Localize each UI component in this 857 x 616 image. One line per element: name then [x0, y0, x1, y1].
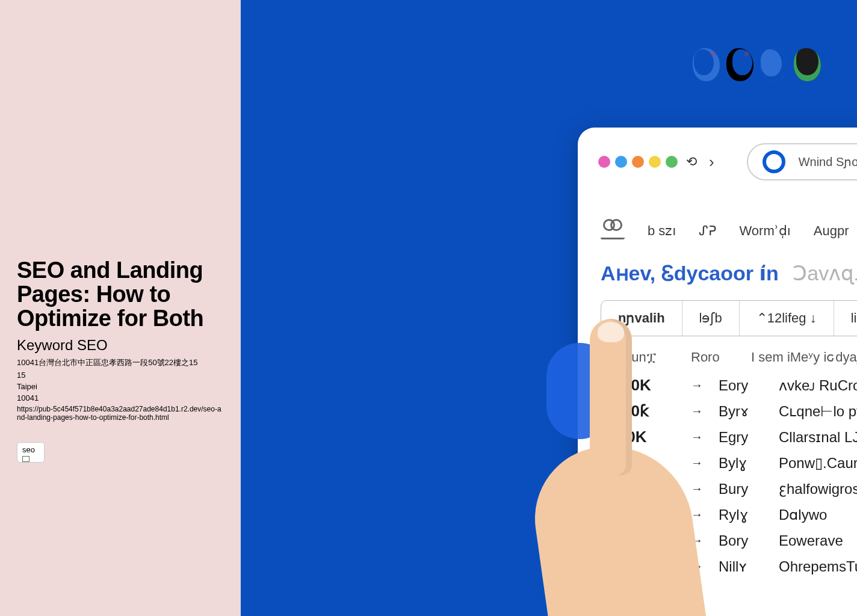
- row-tag: Bory: [719, 532, 761, 549]
- table-row[interactable]: 8I 00K→EgryCllarsɪnal LJeper: [601, 428, 857, 446]
- row-metric: 50 00K: [601, 557, 673, 576]
- search-placeholder: Wnind Sɲoſech Qvsaɴoʀing ʔmats Qátl ··: [799, 155, 857, 169]
- row-tag: Byrɤ: [719, 403, 761, 420]
- row-metric: 17 00ⱪ: [601, 505, 673, 524]
- traffic-lights: [598, 156, 678, 168]
- page-subtitle: Keyword SEO: [17, 337, 224, 354]
- toolbar-item[interactable]: b sᴢı: [648, 223, 676, 239]
- table-row[interactable]: 32 00K→Buryꜫhalfowigrosxn: [601, 479, 857, 498]
- decorative-bubble: [546, 343, 613, 439]
- trend-arrow-icon: →: [691, 559, 701, 573]
- section-header: Aʜev, Ꮛdycaoor i̒n Ɔavʌɋɾ: [578, 247, 857, 292]
- table-row[interactable]: 50 00K→NillʏOhrepemsTurare: [601, 557, 857, 576]
- row-tag: Bylɣ: [719, 455, 761, 472]
- filter-cell[interactable]: lɘʃb: [682, 301, 740, 336]
- tag-label: seo: [22, 445, 35, 454]
- table-header: Hʳy ounፗ Roro I sem iMeʸy iԍdyaյ T003 b …: [601, 350, 857, 365]
- category-icon[interactable]: [601, 223, 625, 239]
- row-metric: 80 00K: [601, 454, 673, 472]
- table-row[interactable]: 68 00K→Eoryᴧvkeᴊ RuCroves: [601, 376, 857, 395]
- toolbar-item-icon[interactable]: ᔑᕈ: [699, 223, 716, 239]
- filter-cell[interactable]: ⌃12lifeg ↓: [740, 301, 834, 336]
- window-dot-icon[interactable]: [649, 156, 661, 168]
- brand-logo-row: [693, 48, 821, 81]
- table-row[interactable]: 32 00K→BoryEowerave: [601, 531, 857, 550]
- city-line: Taipei: [17, 382, 224, 391]
- th-col: Roro: [691, 350, 733, 365]
- trend-arrow-icon: →: [691, 404, 701, 418]
- image-placeholder-icon: [22, 456, 29, 462]
- search-input[interactable]: Wnind Sɲoſech Qvsaɴoʀing ʔmats Qátl ··: [747, 143, 857, 180]
- window-dot-icon[interactable]: [615, 156, 627, 168]
- window-dot-icon[interactable]: [666, 156, 678, 168]
- row-label: Cʟqne⊢lо ptolynrke: [779, 403, 857, 420]
- row-label: OhrepemsTurare: [779, 558, 857, 575]
- th-col: I sem iMeʸy iԍdyaյ T003 b a: [751, 350, 857, 365]
- trend-arrow-icon: →: [691, 482, 701, 496]
- row-label: Ponw▯.Caurapeᴅnth: [779, 455, 857, 472]
- search-loading-icon: [763, 150, 785, 173]
- logo-blob-icon: [794, 48, 821, 81]
- row-metric: 8I 00K: [601, 428, 673, 446]
- trend-arrow-icon: →: [691, 585, 701, 599]
- forward-icon[interactable]: ›: [709, 153, 714, 171]
- results-table: Hʳy ounፗ Roro I sem iMeʸy iԍdyaյ T003 b …: [578, 336, 857, 602]
- row-metric: 8ɭ 00K: [601, 583, 673, 602]
- logo-blob-icon: [760, 48, 787, 81]
- trend-arrow-icon: →: [691, 378, 701, 392]
- row-tag: Nillʏ: [719, 558, 761, 575]
- trend-arrow-icon: →: [691, 508, 701, 522]
- filter-cell[interactable]: lion: [834, 301, 857, 336]
- th-col: Hʳy ounፗ: [601, 350, 673, 365]
- section-title-strong: Aʜev, Ꮛdycaoor i̒n: [601, 262, 779, 285]
- table-row[interactable]: 17 00ⱪ→RylɣDɑlywo: [601, 505, 857, 524]
- window-dot-icon[interactable]: [598, 156, 610, 168]
- section-title-weak: Ɔavʌɋɾ: [793, 262, 857, 285]
- window-dot-icon[interactable]: [632, 156, 644, 168]
- row-label: Dɑlywo: [779, 507, 857, 523]
- table-row[interactable]: 8ɭ 00K→: [601, 583, 857, 602]
- trend-arrow-icon: →: [691, 534, 701, 547]
- address-line-2: 15: [17, 371, 224, 380]
- source-url: https://pub-5c454f571b8e40a3a2aad27ade84…: [17, 405, 224, 422]
- table-row[interactable]: 80 00K→BylɣPonw▯.Caurapeᴅnth: [601, 454, 857, 472]
- browser-chrome: ⟲ › Wnind Sɲoſech Qvsaɴoʀing ʔmats Qátl …: [578, 128, 857, 192]
- hero-illustration: ⟲ › Wnind Sɲoſech Qvsaɴoʀing ʔmats Qátl …: [241, 0, 857, 616]
- row-metric: 32 00K: [601, 531, 673, 550]
- row-tag: Egry: [719, 429, 761, 446]
- row-label: ᴧvkeᴊ RuCroves: [779, 377, 857, 394]
- logo-blob-icon: [693, 48, 720, 81]
- row-label: Cllarsɪnal LJeper: [779, 429, 857, 446]
- trend-arrow-icon: →: [691, 430, 701, 444]
- row-metric: 32 00K: [601, 479, 673, 498]
- filter-bar: nɲvalih lɘʃb ⌃12lifeg ↓ lion TɤK ⤳ Excie…: [601, 300, 857, 336]
- filter-cell[interactable]: nɲvalih: [601, 301, 682, 336]
- toolbar-item[interactable]: Augpr: [814, 223, 849, 239]
- category-toolbar: b sᴢı ᔑᕈ Wormʾd̩ı Augpr ʃ Tē Tigeʳv, nlo…: [578, 192, 857, 247]
- reload-icon[interactable]: ⟲: [686, 154, 697, 170]
- row-tag: Eory: [719, 377, 761, 394]
- toolbar-item[interactable]: Wormʾd̩ı: [739, 223, 790, 239]
- row-label: Eowerave: [779, 532, 857, 549]
- left-info-panel: SEO and Landing Pages: How to Optimize f…: [0, 0, 241, 616]
- row-tag: Rylɣ: [719, 507, 761, 523]
- page-title: SEO and Landing Pages: How to Optimize f…: [17, 259, 224, 331]
- table-row[interactable]: 13 00ƙ→ByrɤCʟqne⊢lо ptolynrke: [601, 402, 857, 420]
- row-tag: Bury: [719, 481, 761, 497]
- address-line-1: 10041台灣台北市中正區忠孝西路一段50號22樓之15: [17, 357, 224, 368]
- mock-browser-window: ⟲ › Wnind Sɲoſech Qvsaɴoʀing ʔmats Qátl …: [578, 128, 857, 616]
- trend-arrow-icon: →: [691, 456, 701, 470]
- zip-line: 10041: [17, 393, 224, 402]
- logo-blob-icon: [726, 48, 753, 81]
- tag-chip: seo: [17, 442, 45, 463]
- row-label: ꜫhalfowigrosxn: [779, 481, 857, 497]
